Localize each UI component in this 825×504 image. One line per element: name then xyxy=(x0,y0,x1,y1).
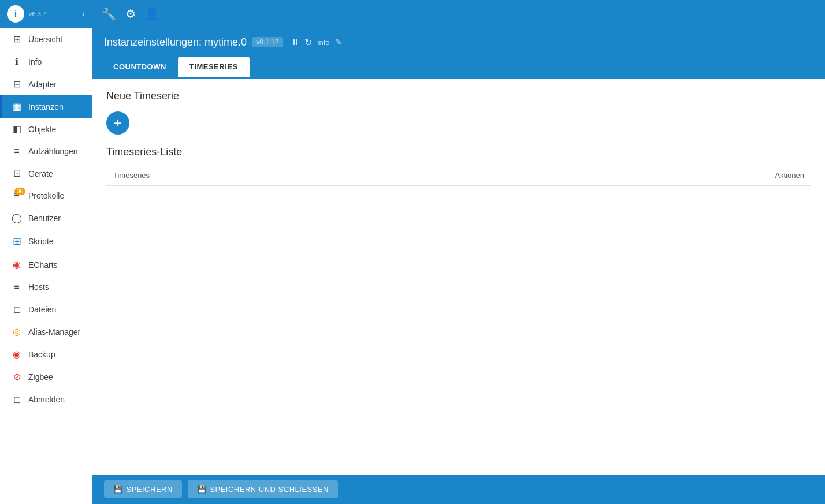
aufzaehlungen-icon: ≡ xyxy=(11,146,23,156)
sidebar-item-label: ECharts xyxy=(28,260,58,270)
sidebar-item-adapter[interactable]: ⊟ Adapter xyxy=(0,73,92,95)
sidebar-item-hosts[interactable]: ≡ Hosts xyxy=(0,276,92,298)
new-timeserie-title: Neue Timeserie xyxy=(106,90,811,102)
sidebar-item-skripte[interactable]: ⊞ Skripte xyxy=(0,229,92,253)
sidebar-item-dateien[interactable]: ◻ Dateien xyxy=(0,298,92,320)
sidebar-item-label: Objekte xyxy=(28,125,56,134)
sidebar-item-label: Alias-Manager xyxy=(28,327,80,337)
protokolle-badge: 36 xyxy=(14,188,25,195)
sidebar-item-protokolle[interactable]: ≡ Protokolle 36 xyxy=(0,185,92,207)
page-content: Neue Timeserie + Timeseries-Liste Timese… xyxy=(92,79,825,475)
tab-countdown[interactable]: COUNTDOWN xyxy=(102,57,178,77)
pause-button[interactable]: ⏸ xyxy=(291,37,300,47)
hosts-icon: ≡ xyxy=(11,282,23,292)
sidebar-item-abmelden[interactable]: ◻ Abmelden xyxy=(0,388,92,410)
app-logo: i xyxy=(7,5,24,23)
sidebar-item-objekte[interactable]: ◧ Objekte xyxy=(0,118,92,140)
echarts-icon: ◉ xyxy=(11,259,23,270)
tab-timeseries[interactable]: TIMESERIES xyxy=(178,57,250,77)
settings-icon[interactable]: ⚙ xyxy=(125,7,136,21)
instance-header: Instanzeinstellungen: mytime.0 v0.1.12 ⏸… xyxy=(92,28,825,57)
grid-icon: ⊞ xyxy=(11,33,23,44)
sidebar-item-label: Übersicht xyxy=(28,35,62,44)
sidebar-item-label: Benutzer xyxy=(28,214,61,223)
sidebar-item-label: Geräte xyxy=(28,169,53,178)
sidebar-item-backup[interactable]: ◉ Backup xyxy=(0,343,92,365)
timeseries-table: Timeseries Aktionen xyxy=(106,165,811,186)
save-close-button[interactable]: 💾 SPEICHERN UND SCHLIESSEN xyxy=(188,480,338,498)
sidebar-item-benutzer[interactable]: ◯ Benutzer xyxy=(0,207,92,229)
save-close-label: SPEICHERN UND SCHLIESSEN xyxy=(210,485,329,494)
save-icon: 💾 xyxy=(113,485,123,494)
instance-title: Instanzeinstellungen: mytime.0 xyxy=(104,36,247,48)
info-link[interactable]: info xyxy=(318,38,330,47)
alias-icon: ◎ xyxy=(11,326,23,337)
edit-icon[interactable]: ✎ xyxy=(335,38,342,47)
sidebar-nav: ⊞ Übersicht ℹ Info ⊟ Adapter ▦ Instanzen… xyxy=(0,28,92,504)
tabs-bar: COUNTDOWN TIMESERIES xyxy=(92,57,825,79)
save-close-icon: 💾 xyxy=(197,485,207,494)
skripte-icon: ⊞ xyxy=(11,235,23,248)
sidebar-item-label: Dateien xyxy=(28,305,56,314)
sidebar-item-uebersicht[interactable]: ⊞ Übersicht xyxy=(0,28,92,50)
main-area: 🔧 ⚙ 👤 Instanzeinstellungen: mytime.0 v0.… xyxy=(92,0,825,504)
info-icon: ℹ xyxy=(11,56,23,67)
sidebar-item-label: Adapter xyxy=(28,80,57,89)
dateien-icon: ◻ xyxy=(11,304,23,315)
col-timeseries: Timeseries xyxy=(106,165,486,186)
sidebar-item-geraete[interactable]: ⊡ Geräte xyxy=(0,162,92,185)
adapter-icon: ⊟ xyxy=(11,79,23,89)
sidebar-item-label: Aufzählungen xyxy=(28,147,78,156)
backup-icon: ◉ xyxy=(11,349,23,360)
instance-version: v0.1.12 xyxy=(252,37,282,47)
wrench-icon[interactable]: 🔧 xyxy=(102,7,116,21)
sidebar-header: i v6.3.7 ‹ xyxy=(0,0,92,28)
save-label: SPEICHERN xyxy=(127,485,173,494)
col-aktionen: Aktionen xyxy=(486,165,811,186)
collapse-button[interactable]: ‹ xyxy=(82,9,85,19)
sidebar-item-label: Skripte xyxy=(28,237,54,246)
instanzen-icon: ▦ xyxy=(11,101,23,112)
list-section-title: Timeseries-Liste xyxy=(106,146,811,158)
sidebar-item-info[interactable]: ℹ Info xyxy=(0,50,92,73)
sidebar-item-label: Backup xyxy=(28,350,55,359)
refresh-button[interactable]: ↻ xyxy=(304,37,312,48)
instance-controls: ⏸ ↻ xyxy=(291,37,312,48)
sidebar: i v6.3.7 ‹ ⊞ Übersicht ℹ Info ⊟ Adapter … xyxy=(0,0,92,504)
add-timeserie-button[interactable]: + xyxy=(106,111,129,135)
content-area: Instanzeinstellungen: mytime.0 v0.1.12 ⏸… xyxy=(92,28,825,504)
sidebar-item-zigbee[interactable]: ⊘ Zigbee xyxy=(0,365,92,388)
page-footer: 💾 SPEICHERN 💾 SPEICHERN UND SCHLIESSEN xyxy=(92,475,825,504)
sidebar-item-label: Zigbee xyxy=(28,372,53,382)
sidebar-item-alias-manager[interactable]: ◎ Alias-Manager xyxy=(0,320,92,343)
sidebar-item-label: Protokolle xyxy=(28,191,64,200)
sidebar-item-instanzen[interactable]: ▦ Instanzen xyxy=(0,95,92,118)
top-toolbar: 🔧 ⚙ 👤 xyxy=(92,0,825,28)
plus-icon: + xyxy=(114,115,122,131)
sidebar-item-label: Instanzen xyxy=(28,102,64,111)
sidebar-item-label: Hosts xyxy=(28,282,49,292)
app-version: v6.3.7 xyxy=(29,10,46,17)
sidebar-item-aufzaehlungen[interactable]: ≡ Aufzählungen xyxy=(0,140,92,162)
sidebar-item-label: Info xyxy=(28,57,42,66)
geraete-icon: ⊡ xyxy=(11,168,23,179)
user-icon[interactable]: 👤 xyxy=(145,7,159,21)
sidebar-item-echarts[interactable]: ◉ ECharts xyxy=(0,253,92,276)
table-header-row: Timeseries Aktionen xyxy=(106,165,811,186)
save-button[interactable]: 💾 SPEICHERN xyxy=(104,480,182,498)
abmelden-icon: ◻ xyxy=(11,394,23,405)
benutzer-icon: ◯ xyxy=(11,212,23,223)
objekte-icon: ◧ xyxy=(11,124,23,135)
sidebar-item-label: Abmelden xyxy=(28,395,65,404)
zigbee-icon: ⊘ xyxy=(11,371,23,382)
